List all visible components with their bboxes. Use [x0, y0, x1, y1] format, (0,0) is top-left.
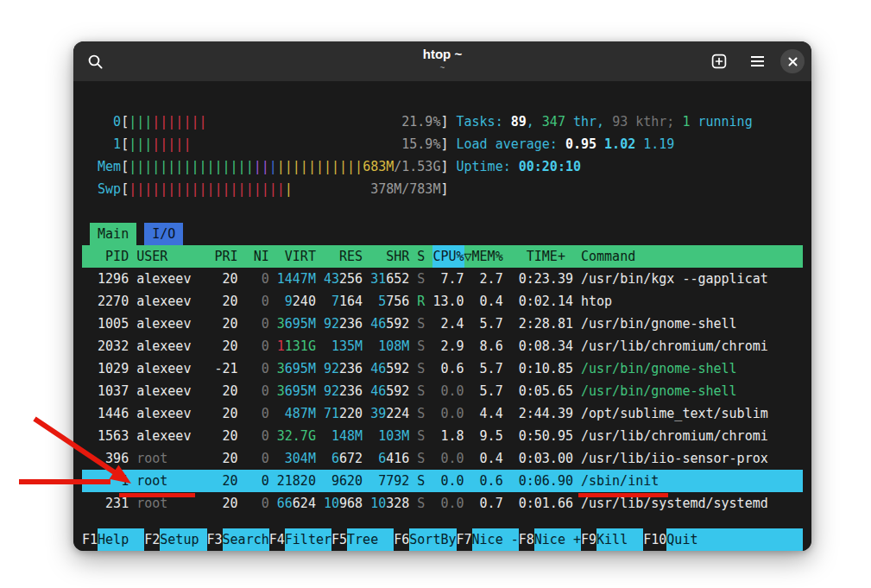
search-button[interactable] — [80, 47, 110, 76]
fn-key-f4[interactable]: F4 — [269, 528, 285, 551]
fn-key-f3[interactable]: F3 — [207, 528, 223, 551]
fn-key-f6[interactable]: F6 — [394, 528, 409, 551]
fn-label-search[interactable]: Search — [223, 528, 269, 551]
fn-label-quit[interactable]: Quit — [666, 528, 803, 551]
new-tab-button[interactable] — [704, 47, 734, 76]
text-run: 7 — [331, 290, 339, 313]
text-run: 1447M — [277, 268, 316, 290]
text-run: S — [409, 425, 425, 447]
text-run: 164 — [339, 290, 378, 313]
text-run: 71 — [324, 402, 339, 425]
text-run: 4.4 2:44.39 /opt/sublime_text/sublim — [464, 402, 768, 425]
tab-main[interactable]: Main — [90, 223, 136, 245]
fn-key-f2[interactable]: F2 — [144, 528, 160, 551]
fn-label-nice-minus[interactable]: Nice - — [472, 528, 519, 551]
process-row-231[interactable]: 231 root 20 0 66624 10968 10328 S 0.0 0.… — [82, 492, 803, 515]
text-run: ||||| — [152, 133, 191, 155]
text-run: 2.4 5.7 2:28.81 /usr/bin/gnome-shell — [425, 313, 736, 335]
text-run: | — [285, 178, 293, 200]
text-run: 0 — [238, 402, 269, 425]
fn-key-f7[interactable]: F7 — [457, 528, 472, 551]
process-row-1563[interactable]: 1563 alexeev 20 0 32.7G 148M 103M S 1.8 … — [82, 425, 803, 447]
fn-key-f5[interactable]: F5 — [331, 528, 347, 551]
fn-label-filter[interactable]: Filter — [285, 528, 331, 551]
fn-label-kill[interactable]: Kill — [596, 528, 643, 551]
title-bar: htop ~ ~ — [73, 41, 811, 81]
process-row-1296[interactable]: 1296 alexeev 20 0 1447M 43256 31652 S 7.… — [82, 268, 803, 290]
text-run: 1005 alexeev 20 — [82, 313, 238, 335]
text-run: S — [409, 402, 425, 425]
fn-key-f8[interactable]: F8 — [519, 528, 534, 551]
text-run: 652 — [386, 268, 409, 290]
text-run — [269, 380, 277, 402]
cpu0-meter-row: 0[|||||||||| 21.9%] Tasks: 89, 347 thr, … — [82, 111, 803, 133]
text-run: 1 — [682, 111, 690, 133]
text-run: [ — [121, 133, 129, 155]
process-row-1005[interactable]: 1005 alexeev 20 0 3695M 92236 46592 S 2.… — [82, 313, 803, 335]
text-run: 9 — [285, 290, 293, 313]
text-run: 231 — [82, 492, 129, 515]
fn-key-f10[interactable]: F10 — [643, 528, 666, 551]
process-table-header[interactable]: PID USER PRI NI VIRT RES SHR S CPU%▽MEM%… — [82, 245, 803, 268]
process-row-1446[interactable]: 1446 alexeev 20 0 487M 71220 39224 S 0.0… — [82, 402, 803, 425]
text-run: 0.95 — [565, 133, 604, 155]
fn-label-tree[interactable]: Tree — [347, 528, 394, 551]
text-run: 224 — [386, 402, 409, 425]
fn-label-setup[interactable]: Setup — [160, 528, 206, 551]
process-row-1037[interactable]: 1037 alexeev 20 0 3695M 92236 46592 S 0.… — [82, 380, 803, 402]
text-run: 487M — [269, 402, 316, 425]
text-run: 6 — [331, 447, 339, 470]
fn-label-nice-plus[interactable]: Nice + — [534, 528, 581, 551]
fn-key-bar[interactable]: F1Help F2Setup F3SearchF4FilterF5Tree F6… — [82, 528, 803, 551]
text-run: 0 — [82, 111, 121, 133]
text-run: 378M/783M — [370, 178, 440, 200]
text-run: 5.7 0:05.65 — [464, 380, 573, 402]
process-row-2032[interactable]: 2032 alexeev 20 0 1131G 135M 108M S 2.9 … — [82, 335, 803, 357]
text-run: 20 — [215, 447, 238, 470]
screen-tabs-row: Main I/O — [82, 223, 803, 245]
text-run — [269, 290, 285, 313]
text-run: 32.7G — [277, 425, 316, 447]
fn-label-sortby[interactable]: SortBy — [409, 528, 456, 551]
text-run: 39 — [370, 402, 386, 425]
cpu1-meter-row: 1[|||||||| 15.9%] Load average: 0.95 1.0… — [82, 133, 803, 155]
fn-key-f1[interactable]: F1 — [82, 528, 98, 551]
text-run — [316, 357, 324, 380]
process-row-1029[interactable]: 1029 alexeev -21 0 3695M 92236 46592 S 0… — [82, 357, 803, 380]
text-run: 7.7 2.7 0:23.39 /usr/bin/kgx --gapplicat — [425, 268, 767, 290]
text-run: 304M — [269, 447, 316, 470]
menu-button[interactable] — [742, 47, 772, 76]
text-run: 2270 alexeev 20 — [82, 290, 238, 313]
text-run: 10 — [324, 492, 339, 515]
process-row-1-selected[interactable]: 1 root 20 0 21820 9620 7792 S 0.0 0.6 0:… — [82, 470, 803, 492]
process-row-396[interactable]: 396 root 20 0 304M 6672 6416 S 0.0 0.4 0… — [82, 447, 803, 470]
fn-key-f9[interactable]: F9 — [581, 528, 596, 551]
text-run: 416 — [386, 447, 409, 470]
text-run: 89 — [511, 111, 527, 133]
text-run: 3 — [277, 380, 285, 402]
text-run: 20 — [215, 492, 238, 515]
text-run: 347 — [542, 111, 565, 133]
mem-meter-row: Mem[||||||||||||||||||||||||||||||683M/1… — [82, 155, 803, 178]
text-run: /1.53G — [394, 155, 440, 178]
text-run: [ — [121, 155, 129, 178]
text-run: Load average: — [457, 133, 565, 155]
text-run — [269, 313, 277, 335]
text-run — [269, 425, 277, 447]
fn-label-help[interactable]: Help — [98, 528, 144, 551]
text-run: |||||||||||||||| — [129, 155, 254, 178]
text-run: 0 — [238, 335, 269, 357]
text-run: 695M — [285, 357, 316, 380]
text-run — [316, 313, 324, 335]
close-button[interactable] — [780, 49, 805, 73]
text-run: 0 — [238, 357, 269, 380]
process-row-2270[interactable]: 2270 alexeev 20 0 9240 7164 5756 R 13.0 … — [82, 290, 803, 313]
text-run: S — [409, 447, 425, 470]
text-run: 2.9 8.6 0:08.34 /usr/lib/chromium/chromi — [425, 335, 767, 357]
text-run: 3 — [277, 313, 285, 335]
text-run: 1563 alexeev 20 — [82, 425, 238, 447]
tab-io[interactable]: I/O — [144, 223, 183, 245]
text-run: [ — [121, 111, 129, 133]
desktop-background: htop ~ ~ — [0, 0, 871, 588]
sort-column-cpu[interactable]: CPU% — [432, 245, 464, 268]
